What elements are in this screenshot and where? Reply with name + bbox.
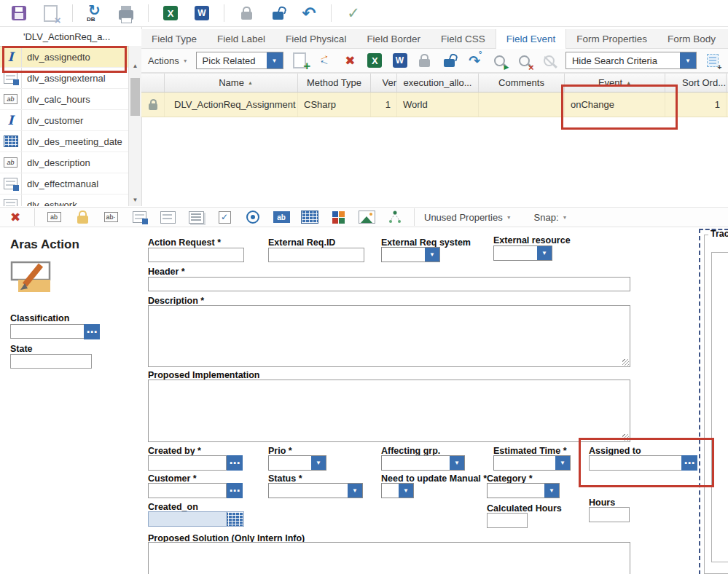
estimated-time-select[interactable] (493, 455, 571, 471)
tab-field-physical[interactable]: Field Physical (275, 29, 356, 48)
radio-tool-icon[interactable] (243, 208, 262, 227)
actions-menu[interactable]: Actions (148, 55, 188, 66)
affecting-grp-select[interactable] (381, 455, 465, 471)
column-header-ver[interactable]: Ver (371, 74, 397, 92)
resize-handle-icon[interactable] (622, 359, 629, 366)
label-tool-icon[interactable] (272, 208, 291, 227)
lock-icon[interactable] (237, 4, 256, 23)
clear-search-icon[interactable] (516, 51, 533, 70)
field-list-item-dlv-customer[interactable]: dlv_customer (0, 110, 141, 131)
delete-field-icon[interactable] (6, 208, 25, 227)
export-excel-icon[interactable] (161, 4, 180, 23)
delete-row-icon[interactable] (342, 51, 359, 70)
pick-replace-icon[interactable] (316, 51, 334, 70)
tab-form-properties[interactable]: Form Properties (566, 29, 657, 48)
listbox-tool-icon[interactable] (158, 208, 177, 227)
textarea-tool-icon[interactable] (101, 208, 120, 227)
field-list-item-dlv-calc-hours[interactable]: dlv_calc_hours (0, 89, 141, 110)
category-select[interactable] (487, 483, 560, 498)
grid-tool-icon[interactable] (300, 208, 319, 227)
tab-form-body[interactable]: Form Body (657, 29, 726, 48)
search-criteria-select[interactable]: Hide Search Criteria (565, 52, 697, 69)
chevron-down-icon[interactable] (399, 484, 413, 498)
structure-tool-icon[interactable] (385, 208, 404, 227)
chevron-down-icon[interactable] (544, 484, 559, 498)
created-by-picker-button[interactable] (227, 455, 243, 471)
field-list-item-dlv-estwork[interactable]: dlv_estwork (0, 194, 141, 206)
action-request-input[interactable] (148, 248, 244, 262)
new-row-icon[interactable] (291, 51, 308, 70)
external-resource-select[interactable] (493, 245, 552, 261)
column-header-sort-order[interactable]: Sort Ord... (665, 74, 727, 92)
resize-handle-icon[interactable] (622, 434, 629, 441)
tab-field-type[interactable]: Field Type (141, 29, 207, 48)
delete-document-icon[interactable] (41, 4, 60, 23)
select-rows-icon[interactable] (705, 51, 721, 70)
tab-field-border[interactable]: Field Border (356, 29, 431, 48)
field-list-item-dlv-assignexternal[interactable]: dlv_assignexternal (0, 68, 141, 89)
need-to-update-manual-select[interactable] (381, 483, 414, 498)
unused-properties-menu[interactable]: Unused Properties (424, 212, 512, 223)
name-cell[interactable]: DLV_ActionReq_Assignment (165, 93, 298, 117)
status-select[interactable] (268, 483, 363, 498)
ver-cell[interactable]: 1 (371, 93, 397, 117)
grid-row-dlv-actionreq-assignment[interactable]: DLV_ActionReq_Assignment CSharp 1 World … (141, 93, 728, 117)
column-header-execution-allowed[interactable]: execution_allo... (397, 74, 479, 92)
classification-picker-button[interactable] (84, 324, 100, 339)
column-header-comments[interactable]: Comments (479, 74, 565, 92)
column-header-event[interactable]: Event (565, 74, 665, 92)
assigned-to-input[interactable] (589, 455, 682, 471)
checkbox-tool-icon[interactable] (215, 208, 234, 227)
created-by-input[interactable] (148, 455, 227, 471)
field-list-item-dlv-effectmanual[interactable]: dlv_effectmanual (0, 173, 141, 194)
scroll-up-icon[interactable] (129, 59, 141, 72)
method-type-cell[interactable]: CSharp (298, 93, 371, 117)
field-list-scrollbar[interactable] (128, 46, 141, 206)
tab-field-css[interactable]: Field CSS (431, 29, 496, 48)
execution-allowed-cell[interactable]: World (397, 93, 479, 117)
prio-select[interactable] (268, 455, 326, 471)
proposed-implementation-textarea[interactable] (148, 380, 630, 442)
state-input[interactable] (10, 354, 92, 369)
column-header-name[interactable]: Name (165, 74, 298, 92)
save-icon[interactable] (9, 4, 28, 23)
chevron-down-icon[interactable] (425, 248, 439, 262)
export-word-icon[interactable] (192, 4, 211, 23)
chevron-down-icon[interactable] (267, 52, 283, 68)
unlock-icon[interactable] (441, 51, 458, 70)
calendar-icon[interactable] (227, 512, 243, 526)
field-list-item-dlv-description[interactable]: dlv_description (0, 152, 141, 173)
external-req-id-input[interactable] (268, 248, 364, 262)
field-list-item-dlv-assignedto[interactable]: dlv_assignedto (0, 47, 141, 68)
chevron-down-icon[interactable] (348, 484, 362, 498)
customer-input[interactable] (148, 483, 227, 498)
refresh-database-icon[interactable] (85, 4, 104, 23)
export-excel-icon[interactable] (367, 51, 383, 70)
chevron-down-icon[interactable] (450, 456, 464, 470)
header-input[interactable] (148, 277, 630, 291)
proposed-solution-textarea[interactable] (148, 542, 630, 574)
description-textarea[interactable] (148, 305, 630, 367)
chevron-down-icon[interactable] (537, 246, 552, 260)
external-req-system-select[interactable] (381, 247, 440, 262)
pick-related-select[interactable]: Pick Related (196, 52, 283, 69)
palette-tool-icon[interactable] (329, 208, 348, 227)
promote-icon[interactable] (466, 51, 482, 70)
dropdown-tool-icon[interactable] (130, 208, 149, 227)
field-list-item-dlv-des-meeting-date[interactable]: dlv_des_meeting_date (0, 131, 141, 152)
column-header-method-type[interactable]: Method Type (298, 74, 371, 92)
calculated-hours-input[interactable] (487, 513, 528, 528)
chevron-down-icon[interactable] (680, 52, 696, 68)
customer-picker-button[interactable] (227, 483, 243, 498)
created-on-input[interactable] (148, 511, 244, 527)
print-icon[interactable] (117, 4, 136, 23)
tab-field-label[interactable]: Field Label (207, 29, 275, 48)
multilist-tool-icon[interactable] (187, 208, 206, 227)
assigned-to-picker-button[interactable] (681, 455, 697, 471)
sort-order-cell[interactable]: 1 (665, 93, 727, 117)
run-search-icon[interactable] (490, 51, 507, 70)
snap-menu[interactable]: Snap: (534, 212, 568, 223)
textbox-tool-icon[interactable] (44, 208, 63, 227)
scrollbar-thumb[interactable] (130, 78, 140, 116)
chevron-down-icon[interactable] (311, 456, 326, 470)
